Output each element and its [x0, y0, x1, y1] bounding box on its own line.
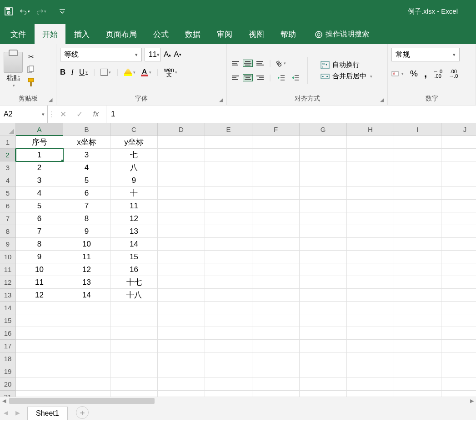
- cell[interactable]: [394, 174, 441, 187]
- cell[interactable]: [300, 225, 347, 238]
- cell[interactable]: [300, 200, 347, 212]
- cell[interactable]: [347, 340, 394, 352]
- cell[interactable]: 12: [16, 289, 63, 302]
- cut-icon[interactable]: ✂: [26, 52, 35, 61]
- cell[interactable]: 9: [16, 251, 63, 263]
- cell[interactable]: [394, 136, 441, 149]
- cell[interactable]: [158, 263, 205, 276]
- tab-data[interactable]: 数据: [177, 24, 208, 44]
- align-left-button[interactable]: [230, 74, 241, 81]
- cell[interactable]: [205, 276, 252, 289]
- row-header[interactable]: 12: [0, 276, 16, 289]
- cell[interactable]: [300, 378, 347, 391]
- cell[interactable]: [394, 149, 441, 161]
- cell[interactable]: 7: [63, 200, 110, 212]
- column-header[interactable]: G: [300, 123, 347, 136]
- cell[interactable]: [300, 174, 347, 187]
- cell[interactable]: [300, 161, 347, 174]
- cell[interactable]: [205, 212, 252, 225]
- row-header[interactable]: 8: [0, 225, 16, 238]
- cell[interactable]: [158, 149, 205, 161]
- cell[interactable]: 15: [110, 251, 158, 263]
- cell[interactable]: [347, 136, 394, 149]
- cell[interactable]: [110, 365, 158, 378]
- row-header[interactable]: 11: [0, 263, 16, 276]
- formula-input[interactable]: [106, 106, 476, 123]
- cell[interactable]: [347, 251, 394, 263]
- tab-formulas[interactable]: 公式: [145, 24, 176, 44]
- cell[interactable]: [110, 302, 158, 314]
- decrease-decimal-button[interactable]: .00 →.0: [449, 69, 458, 78]
- name-box[interactable]: A2 ▾: [0, 106, 48, 123]
- cell[interactable]: [394, 238, 441, 251]
- cell[interactable]: [158, 302, 205, 314]
- cell[interactable]: [441, 314, 476, 327]
- cell[interactable]: [16, 314, 63, 327]
- row-header[interactable]: 6: [0, 200, 16, 212]
- accept-formula-icon[interactable]: ✓: [71, 106, 88, 123]
- percent-button[interactable]: %: [410, 69, 418, 79]
- cell[interactable]: [441, 238, 476, 251]
- cell[interactable]: [158, 212, 205, 225]
- chevron-down-icon[interactable]: ▾: [135, 52, 138, 58]
- cell[interactable]: 7: [16, 225, 63, 238]
- cell[interactable]: [252, 289, 300, 302]
- cell[interactable]: 11: [63, 251, 110, 263]
- cell[interactable]: [441, 136, 476, 149]
- cell[interactable]: [205, 352, 252, 365]
- row-header[interactable]: 9: [0, 238, 16, 251]
- cell[interactable]: 6: [63, 187, 110, 200]
- cell[interactable]: [205, 365, 252, 378]
- cell[interactable]: [394, 276, 441, 289]
- cell[interactable]: [110, 327, 158, 340]
- cell[interactable]: [205, 174, 252, 187]
- row-header[interactable]: 15: [0, 314, 16, 327]
- cell[interactable]: 2: [16, 161, 63, 174]
- bold-button[interactable]: B: [60, 68, 65, 77]
- cell[interactable]: [394, 365, 441, 378]
- column-header[interactable]: C: [110, 123, 158, 136]
- add-sheet-icon[interactable]: ＋: [76, 406, 89, 419]
- chevron-down-icon[interactable]: ▾: [453, 52, 456, 58]
- cell[interactable]: [63, 314, 110, 327]
- row-header[interactable]: 16: [0, 327, 16, 340]
- cell[interactable]: [394, 161, 441, 174]
- row-header[interactable]: 10: [0, 251, 16, 263]
- cell[interactable]: 八: [110, 161, 158, 174]
- cell[interactable]: x坐标: [63, 136, 110, 149]
- select-all-button[interactable]: [0, 123, 16, 136]
- align-middle-button[interactable]: [243, 60, 253, 67]
- underline-button[interactable]: U▾: [79, 68, 88, 77]
- cell[interactable]: [158, 340, 205, 352]
- cell[interactable]: [252, 365, 300, 378]
- cell[interactable]: [441, 225, 476, 238]
- cell[interactable]: [158, 251, 205, 263]
- accounting-format-button[interactable]: ¥ ▾: [391, 70, 404, 77]
- cell[interactable]: [441, 352, 476, 365]
- align-bottom-button[interactable]: [255, 60, 265, 67]
- cell[interactable]: 12: [110, 212, 158, 225]
- cell[interactable]: [441, 200, 476, 212]
- cell[interactable]: [347, 225, 394, 238]
- cell[interactable]: 8: [63, 212, 110, 225]
- cell[interactable]: 4: [16, 187, 63, 200]
- cell[interactable]: [16, 340, 63, 352]
- cell[interactable]: [300, 136, 347, 149]
- cell[interactable]: [252, 161, 300, 174]
- cell[interactable]: [158, 174, 205, 187]
- font-size-combo[interactable]: 11 ▾: [145, 48, 161, 61]
- cell[interactable]: [300, 352, 347, 365]
- cell[interactable]: [205, 263, 252, 276]
- paste-label[interactable]: 粘贴: [6, 74, 20, 82]
- horizontal-scrollbar[interactable]: ◀ ▶: [0, 397, 476, 405]
- cell[interactable]: [158, 161, 205, 174]
- cell[interactable]: [110, 352, 158, 365]
- cell[interactable]: [252, 136, 300, 149]
- cell[interactable]: [205, 187, 252, 200]
- cell[interactable]: [441, 187, 476, 200]
- cell[interactable]: [252, 187, 300, 200]
- decrease-indent-button[interactable]: [275, 72, 287, 84]
- cell[interactable]: [441, 174, 476, 187]
- row-header[interactable]: 18: [0, 352, 16, 365]
- cell[interactable]: [300, 327, 347, 340]
